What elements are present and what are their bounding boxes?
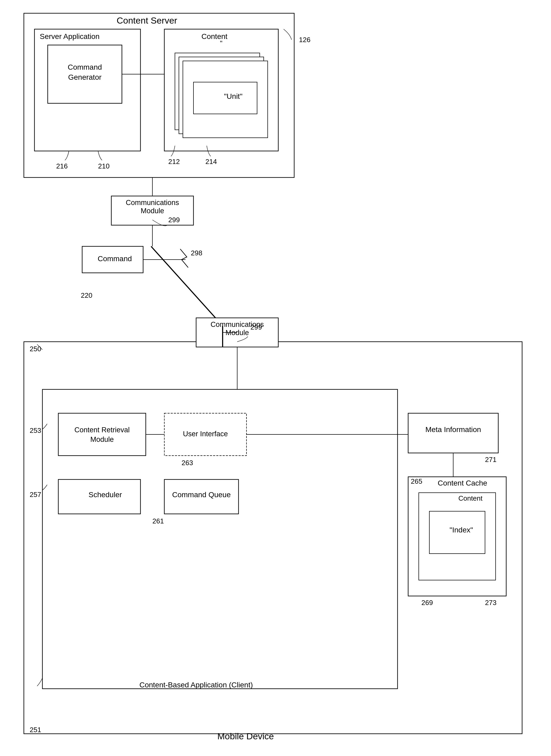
svg-rect-3 — [164, 29, 278, 151]
svg-rect-26 — [419, 493, 496, 580]
svg-rect-15 — [24, 342, 522, 734]
content-based-app-label: Content-Based Application (Client) — [117, 681, 276, 689]
label-299-top: 299 — [168, 216, 180, 224]
label-216: 216 — [56, 162, 68, 170]
diagram-container: Content Server 126 Server Application Co… — [16, 11, 535, 744]
content-server-label: Content Server — [117, 15, 177, 26]
comm-module-top-label: Communications Module — [115, 199, 189, 215]
label-210: 210 — [98, 162, 109, 170]
command-generator-label: Command Generator — [53, 62, 117, 82]
content-cache-label: Content Cache — [420, 479, 505, 487]
scheduler-label: Scheduler — [69, 491, 141, 499]
label-251: 251 — [30, 726, 41, 734]
label-271: 271 — [485, 456, 496, 464]
comm-module-bottom-label: Communications Module — [200, 321, 274, 337]
svg-rect-4 — [175, 53, 260, 130]
content-inner-label: Content — [436, 494, 505, 502]
label-126: 126 — [299, 36, 310, 44]
label-257: 257 — [30, 491, 41, 499]
meta-information-label: Meta Information — [412, 425, 494, 435]
label-212: 212 — [168, 158, 180, 166]
content-label: Content — [201, 32, 227, 41]
content-quote: " — [220, 39, 222, 47]
index-inner-label: "Index" — [437, 526, 486, 534]
command-label: Command — [90, 255, 140, 263]
label-253: 253 — [30, 426, 41, 435]
svg-rect-1 — [34, 29, 140, 151]
user-interface-label: User Interface — [168, 430, 242, 438]
label-261: 261 — [152, 517, 164, 525]
label-250: 250 — [30, 345, 41, 353]
content-retrieval-label: Content Retrieval Module — [62, 425, 142, 444]
label-214: 214 — [205, 158, 217, 166]
unit-label: "Unit" — [207, 92, 260, 101]
command-queue-label: Command Queue — [167, 491, 236, 499]
label-273: 273 — [485, 599, 496, 607]
label-269: 269 — [421, 599, 433, 607]
mobile-device-label: Mobile Device — [217, 731, 274, 741]
svg-line-13 — [151, 246, 222, 326]
label-220: 220 — [81, 291, 92, 300]
diagram-svg — [16, 11, 535, 744]
label-263: 263 — [181, 459, 193, 467]
label-298: 298 — [191, 249, 202, 257]
server-application-label: Server Application — [40, 32, 100, 41]
